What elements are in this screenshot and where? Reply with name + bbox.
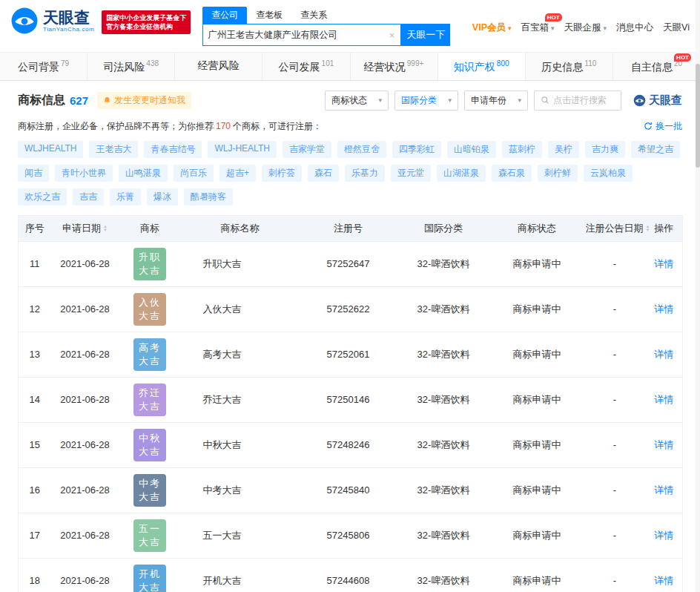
trademark-tile-line1: 入伙 <box>139 296 161 309</box>
filter-dropdown[interactable]: 国际分类 ▾ <box>394 91 458 111</box>
trademark-suggestion-tag[interactable]: 吉家学堂 <box>283 141 331 158</box>
clear-icon[interactable]: × <box>383 30 401 41</box>
top-menu-item[interactable]: 消息中心 ▾ <box>616 22 653 34</box>
trademark-suggestion-tag[interactable]: 欢乐之吉 <box>18 188 67 205</box>
trademark-suggestion-tag[interactable]: 吉力爽 <box>585 141 625 158</box>
logo-text: 天眼查 TianYanCha.com <box>43 10 94 33</box>
trademark-suggestion-tag[interactable]: WLJ-HEALTH <box>208 141 276 158</box>
trademark-suggestion-tag[interactable]: 亚元堂 <box>391 165 431 182</box>
trademark-table: 序号▲▼ 申请日期▲▼ 商标▲▼ 商标名称▲▼ 注册号▲ <box>18 215 683 592</box>
trademark-suggestion-tag[interactable]: 吴柠 <box>548 141 579 158</box>
top-menu-item[interactable]: 天眼Vi ▾ <box>663 22 690 34</box>
table-row: 11 2021-06-28 升职 大吉 升职大吉 57252647 32-啤酒饮… <box>19 241 683 286</box>
filter-dropdown[interactable]: 申请年份 ▾ <box>464 91 528 111</box>
chevron-down-icon: ▾ <box>551 24 555 32</box>
cell-index: 11 <box>19 241 51 286</box>
trademark-suggestion-tag[interactable]: 青叶小世界 <box>55 165 113 182</box>
trademark-suggestion-tag[interactable]: 森石泉 <box>492 165 532 182</box>
table-column-label: 注册公告日期 <box>586 223 644 234</box>
cell-registration-number: 57245806 <box>300 513 397 558</box>
chevron-down-icon: ▾ <box>508 24 512 32</box>
trademark-suggestion-tag[interactable]: 刺柠荟 <box>262 165 302 182</box>
trademark-suggestion-tag[interactable]: 乐基力 <box>345 165 385 182</box>
trademark-tile: 中秋 大吉 <box>133 429 166 461</box>
table-column-header: 申请日期▲▼ <box>51 215 119 241</box>
trademark-suggestion-tag[interactable]: 茲刺柠 <box>502 141 542 158</box>
detail-link[interactable]: 详情 <box>654 258 673 269</box>
cell-publication-date: - <box>584 377 646 422</box>
detail-link[interactable]: 详情 <box>654 530 673 541</box>
detail-link[interactable]: 详情 <box>654 439 673 450</box>
trademark-suggestion-tag[interactable]: 王老吉大 <box>89 141 138 158</box>
trademark-tile-line2: 大吉 <box>139 490 161 504</box>
company-nav-tab[interactable]: 知识产权800 <box>438 53 526 80</box>
top-menu-item[interactable]: 百宝箱 ▾ HOT <box>521 22 555 34</box>
trademark-suggestion-tag[interactable]: 青春吉结号 <box>144 141 202 158</box>
detail-link[interactable]: 详情 <box>654 394 673 405</box>
cell-trademark-status: 商标申请中 <box>490 332 584 377</box>
trademark-tile-line1: 乔迁 <box>139 387 161 400</box>
table-column-label: 商标状态 <box>518 223 556 234</box>
company-nav-tab[interactable]: 经营风险 <box>175 53 262 80</box>
top-menu-item-label: VIP会员 <box>472 22 506 34</box>
trademark-tile-line2: 大吉 <box>139 355 161 368</box>
top-menu-item[interactable]: 天眼企服 ▾ <box>564 22 607 34</box>
filter-dropdown[interactable]: 商标状态 ▾ <box>325 91 389 111</box>
company-nav-tab-label: 司法风险 <box>103 61 145 73</box>
table-search-box[interactable]: 点击进行搜索 <box>534 91 621 111</box>
trademark-section-head: 商标信息 627 发生变更时通知我 商标状态 ▾ 国际分类 <box>18 91 682 111</box>
refresh-batch-button[interactable]: 换一批 <box>644 120 682 133</box>
company-nav-tab[interactable]: 经营状况999+ <box>351 53 438 80</box>
company-nav-tab[interactable]: 自主信息20 HOT <box>613 53 700 80</box>
company-nav-tab[interactable]: 公司发展101 <box>262 53 350 80</box>
trademark-suggestion-tag[interactable]: WLJHEALTH <box>18 141 83 158</box>
trademark-suggestion-tag[interactable]: 橙然豆舍 <box>337 141 386 158</box>
trademark-suggestion-tag[interactable]: 希望之吉 <box>631 141 680 158</box>
detail-link[interactable]: 详情 <box>654 484 673 496</box>
company-search-input[interactable] <box>203 30 383 40</box>
trademark-suggestion-tag[interactable]: 山湖湛泉 <box>437 165 486 182</box>
cell-international-class: 32-啤酒饮料 <box>397 422 490 467</box>
cell-index: 16 <box>19 467 51 513</box>
detail-link[interactable]: 详情 <box>654 575 673 586</box>
top-menu-item[interactable]: VIP会员 ▾ <box>472 22 512 34</box>
detail-link[interactable]: 详情 <box>654 303 673 315</box>
trademark-suggestion-tag[interactable]: 尚百乐 <box>174 165 214 182</box>
search-type-tab[interactable]: 查老板 <box>247 7 291 24</box>
chevron-down-icon: ▾ <box>518 96 521 104</box>
company-nav-tab[interactable]: 司法风险438 <box>88 53 175 80</box>
trademark-suggestion-tag[interactable]: 爆冰 <box>147 188 178 205</box>
cell-registration-number: 57252622 <box>300 286 397 332</box>
table-row: 13 2021-06-28 高考 大吉 高考大吉 57252061 32-啤酒饮… <box>19 332 683 377</box>
search-button[interactable]: 天眼一下 <box>401 24 450 46</box>
trademark-suggestion-tag[interactable]: 森石 <box>308 165 339 182</box>
trademark-suggestion-tag[interactable]: 云岚柏泉 <box>584 165 633 182</box>
page-scrollbar[interactable] <box>696 0 700 592</box>
trademark-suggestion-tag[interactable]: 刺柠鲜 <box>538 165 578 182</box>
refresh-icon <box>644 122 653 131</box>
trademark-suggestion-tag[interactable]: 吉吉 <box>73 188 104 205</box>
top-menu-item-label: 天眼企服 <box>564 22 601 34</box>
sort-icon[interactable]: ▲▼ <box>103 225 108 232</box>
trademark-suggestion-tag[interactable]: 闻吉 <box>18 165 49 182</box>
table-column-label: 商标 <box>140 223 159 234</box>
trademark-suggestion-tag[interactable]: 四季彩虹 <box>392 141 441 158</box>
trademark-tile-line1: 中考 <box>139 477 161 490</box>
cell-trademark-name: 入伙大吉 <box>181 286 300 332</box>
page-scrollbar-thumb[interactable] <box>696 64 700 168</box>
sort-icon[interactable]: ▲▼ <box>646 225 650 232</box>
detail-link[interactable]: 详情 <box>654 349 673 360</box>
company-nav-tab[interactable]: 历史信息110 <box>526 53 613 80</box>
company-nav-tab[interactable]: 公司背景79 <box>0 53 88 80</box>
tianyancha-logo[interactable]: 天眼查 TianYanCha.com <box>10 7 94 35</box>
trademark-suggestion-tag[interactable]: 乐菁 <box>110 188 141 205</box>
search-type-tab[interactable]: 查关系 <box>291 7 336 24</box>
search-type-tab[interactable]: 查公司 <box>202 7 247 24</box>
company-nav-tabs: 公司背景79 司法风险438 经营风险 公司发展101 经营状况999+ 知识产… <box>0 52 700 81</box>
trademark-suggestion-tag[interactable]: 山鸣湛泉 <box>119 165 168 182</box>
cell-trademark-name: 开机大吉 <box>181 558 300 592</box>
trademark-suggestion-tag[interactable]: 超吉+ <box>219 165 256 182</box>
trademark-suggestion-tag[interactable]: 山暗铂泉 <box>447 141 496 158</box>
trademark-suggestion-tag[interactable]: 酷暑骑客 <box>184 188 233 205</box>
notify-on-change-button[interactable]: 发生变更时通知我 <box>97 92 191 109</box>
